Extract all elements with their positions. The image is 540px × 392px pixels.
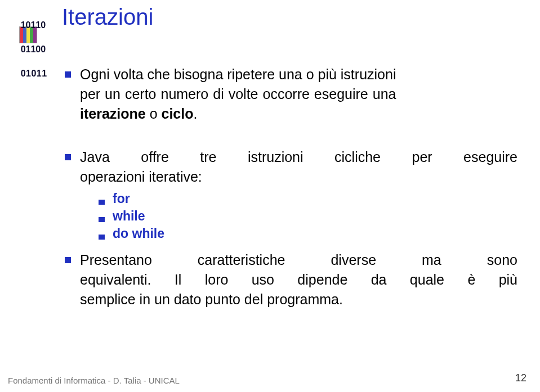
inner-bullet: while: [99, 209, 517, 224]
text: istruzioni: [248, 147, 304, 167]
slide-body: Ogni volta che bisogna ripetere una o pi…: [65, 65, 517, 314]
text: per: [412, 147, 432, 167]
binary-line: 10110: [21, 20, 46, 30]
text: ma: [422, 250, 441, 270]
binary-line: 01011: [21, 69, 47, 78]
slide-title: Iterazioni: [62, 4, 153, 30]
bullet-2: Java offre tre istruzioni cicliche per e…: [65, 147, 517, 187]
keyword: while: [113, 209, 145, 224]
text: per un certo numero di volte occorre ese…: [80, 86, 396, 102]
text: caratteristiche: [198, 250, 285, 270]
text: tre: [200, 147, 216, 167]
bullet-icon: [65, 71, 71, 78]
page-number: 12: [515, 372, 526, 384]
keyword: do while: [113, 226, 164, 241]
bullet-3: Presentano caratteristiche diverse ma so…: [65, 250, 517, 309]
text: o: [146, 106, 162, 121]
binary-line: 01100: [21, 44, 46, 54]
inner-list: for while do while: [99, 191, 517, 241]
text: cicliche: [334, 147, 381, 167]
text: offre: [141, 147, 169, 167]
text: eseguire: [463, 147, 517, 167]
bullet-icon: [65, 257, 71, 263]
text: Presentano: [80, 250, 152, 270]
bullet-icon: [99, 235, 105, 240]
text: operazioni iterative:: [80, 169, 202, 184]
bullet-1: Ogni volta che bisogna ripetere una o pi…: [65, 65, 517, 124]
bullet-icon: [99, 217, 105, 222]
text: diverse: [331, 250, 376, 270]
bullet-icon: [65, 154, 71, 160]
text: sono: [487, 250, 517, 270]
inner-bullet: for: [99, 191, 517, 206]
keyword: iterazione: [80, 106, 146, 121]
keyword: ciclo: [162, 106, 194, 121]
keyword: for: [113, 191, 130, 206]
footer-text: Fondamenti di Informatica - D. Talia - U…: [8, 376, 180, 385]
text: Java: [80, 147, 110, 167]
inner-bullet: do while: [99, 226, 517, 241]
text: Ogni volta che bisogna ripetere una o pi…: [80, 66, 396, 82]
bullet-icon: [99, 200, 105, 205]
text: equivalenti. Il loro uso dipende da qual…: [80, 272, 517, 287]
text: semplice in un dato punto del programma.: [80, 291, 343, 307]
text: .: [193, 106, 197, 121]
binary-decoration: 10110 01100 01011: [6, 7, 45, 92]
